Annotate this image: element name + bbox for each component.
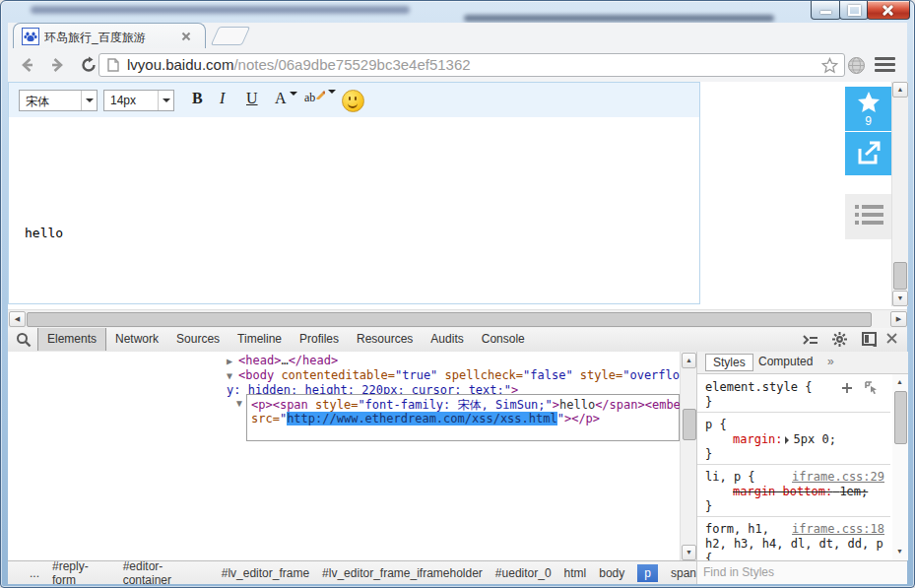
rule-li-p-property-overridden[interactable]: margin-bottom: 1em; [733, 485, 868, 498]
scrollbar-thumb[interactable] [894, 391, 907, 444]
breadcrumb-item[interactable]: #lv_editor_frame [222, 566, 309, 580]
devtools-tab-sources[interactable]: Sources [167, 328, 229, 351]
underline-button[interactable]: U [246, 90, 258, 107]
property-value[interactable]: 1em; [839, 485, 868, 498]
address-bar[interactable]: lvyou.baidu.com/notes/06a9dbe75529bc3e4e… [98, 53, 845, 77]
stylesheet-link[interactable]: iframe.css:18 [792, 522, 884, 536]
url-text[interactable]: lvyou.baidu.com/notes/06a9dbe75529bc3e4e… [127, 56, 471, 73]
rule-p-property[interactable]: margin:5px 0; [733, 432, 836, 446]
dom-node-p-continued[interactable]: src="http://www.etherdream.com/xss/xss.h… [251, 412, 600, 425]
titlebar-reflection [31, 6, 410, 14]
scrollbar-thumb[interactable] [27, 312, 872, 327]
dom-node-body[interactable]: ▼ <body contenteditable="true" spellchec… [227, 368, 680, 382]
expand-value-icon[interactable] [785, 436, 793, 444]
extension-globe-icon[interactable] [847, 56, 867, 76]
devtools-tab-network[interactable]: Network [106, 328, 167, 351]
new-style-rule-plus-icon[interactable] [841, 382, 853, 394]
baidu-paw-favicon-icon [22, 28, 39, 45]
tab-styles[interactable]: Styles [705, 354, 753, 371]
dom-node-head[interactable]: ▶ <head>…</head> [227, 354, 338, 367]
breadcrumb-item[interactable]: ... [30, 566, 39, 580]
settings-gear-icon[interactable] [831, 331, 849, 349]
breadcrumb-item[interactable]: body [599, 566, 624, 580]
reload-button[interactable] [79, 55, 98, 75]
italic-button[interactable]: I [220, 90, 225, 107]
devtools-tab-console[interactable]: Console [473, 328, 534, 351]
editor-content-area[interactable]: hello [9, 117, 699, 302]
find-in-styles-input[interactable]: Find in Styles [696, 560, 907, 584]
rule-li-p-selector[interactable]: li, p { [705, 470, 755, 484]
chevron-down-icon[interactable] [328, 90, 336, 98]
scroll-up-arrow[interactable]: ▲ [892, 82, 908, 98]
rule-li-p-close: } [705, 499, 712, 513]
tab-close-icon[interactable] [181, 32, 191, 41]
devtools-close-icon[interactable] [886, 333, 904, 351]
emoticon-button[interactable] [342, 90, 364, 112]
chrome-menu-icon[interactable] [875, 57, 895, 73]
devtools-tab-profiles[interactable]: Profiles [291, 328, 348, 351]
devtools-tab-timeline[interactable]: Timeline [229, 328, 291, 351]
font-color-button[interactable]: A [275, 90, 297, 107]
devtools-tab-elements[interactable]: Elements [37, 328, 106, 351]
devtools-tab-audits[interactable]: Audits [422, 328, 472, 351]
property-name[interactable]: margin-bottom: [733, 485, 832, 498]
breadcrumb-item[interactable]: #lv_editor_frame_iframeholder [322, 566, 483, 580]
rule-form-selector-line2[interactable]: h2, h3, h4, dl, dt, dd, p [705, 537, 883, 551]
rule-p-selector[interactable]: p { [705, 418, 727, 431]
breadcrumb-item[interactable]: #editor-container [123, 559, 209, 587]
page-vertical-scrollbar[interactable]: ▲ ▼ [891, 82, 908, 306]
bold-button[interactable]: B [192, 90, 203, 107]
breadcrumb-item[interactable]: #reply-form [52, 559, 110, 587]
styles-scrollbar[interactable]: ▲ ▼ [892, 374, 908, 560]
forward-button[interactable] [47, 55, 67, 75]
chevron-down-icon[interactable] [158, 91, 173, 110]
chevron-down-icon[interactable] [290, 92, 297, 99]
dock-side-icon[interactable] [861, 331, 879, 349]
elements-tree[interactable]: ▶ <head>…</head> ▼ <body contenteditable… [8, 352, 680, 560]
scroll-down-arrow[interactable]: ▼ [892, 291, 908, 306]
console-drawer-icon[interactable] [802, 331, 819, 349]
tab-overflow-chevron[interactable]: » [827, 355, 834, 368]
close-window-button[interactable] [867, 1, 910, 20]
rule-form-selector-line1[interactable]: form, h1, [705, 522, 769, 536]
back-button[interactable] [18, 55, 37, 75]
expand-arrow-icon[interactable]: ▼ [234, 398, 244, 409]
breadcrumb-item[interactable]: p [637, 564, 658, 582]
page-horizontal-scrollbar[interactable]: ◀ ▶ [8, 309, 907, 328]
contents-list-button[interactable] [845, 194, 891, 239]
scrollbar-thumb[interactable] [683, 409, 696, 440]
stylesheet-link[interactable]: iframe.css:29 [792, 470, 884, 484]
breadcrumb-item[interactable]: span [671, 566, 696, 580]
property-value[interactable]: 5px 0; [794, 432, 836, 446]
code-token: <head> [238, 354, 281, 367]
elements-scrollbar[interactable]: ▲ ▼ [680, 352, 697, 560]
devtools-tab-resources[interactable]: Resources [348, 328, 422, 351]
favorite-button[interactable]: 9 [845, 87, 891, 131]
rule-element-style-selector[interactable]: element.style { [705, 380, 812, 394]
scroll-up-arrow[interactable]: ▲ [682, 353, 696, 368]
tab-computed[interactable]: Computed [758, 355, 813, 368]
bookmark-star-icon[interactable] [821, 57, 838, 74]
chevron-down-icon[interactable] [81, 91, 97, 110]
browser-tab[interactable]: 环岛旅行_百度旅游 [13, 23, 206, 49]
highlight-button[interactable]: ab [304, 90, 336, 105]
scrollbar-thumb[interactable] [893, 262, 907, 290]
new-tab-button[interactable] [211, 27, 250, 45]
inspect-cursor-icon[interactable] [865, 381, 879, 394]
scroll-down-arrow[interactable]: ▼ [682, 545, 696, 560]
property-name[interactable]: margin: [733, 432, 783, 446]
scroll-left-arrow[interactable]: ◀ [9, 311, 26, 327]
maximize-button[interactable] [839, 1, 869, 20]
share-button[interactable] [845, 132, 891, 175]
breadcrumb-item[interactable]: html [564, 566, 587, 580]
scroll-down-arrow[interactable]: ▼ [893, 545, 906, 557]
inspect-magnifier-icon[interactable] [16, 332, 32, 348]
title-bar [1, 1, 914, 23]
font-family-select[interactable]: 宋体 [19, 90, 98, 111]
scroll-right-arrow[interactable]: ▶ [890, 311, 907, 327]
editor-text[interactable]: hello [25, 226, 63, 240]
font-size-select[interactable]: 14px [103, 90, 174, 111]
breadcrumb-item[interactable]: #ueditor_0 [495, 566, 552, 580]
scroll-up-arrow[interactable]: ▲ [893, 375, 906, 388]
minimize-button[interactable] [811, 1, 841, 20]
